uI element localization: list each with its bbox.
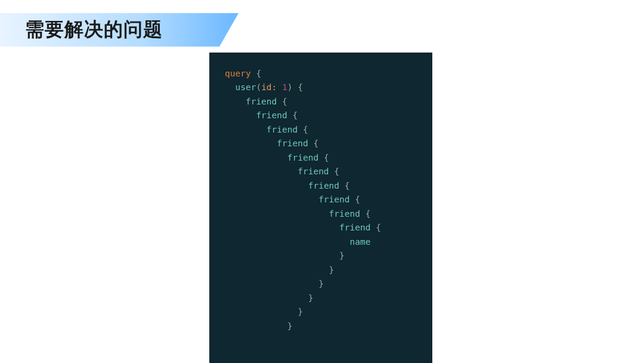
code-friend-field: friend bbox=[339, 223, 370, 232]
code-block: query { user(id: 1) { friend { friend { … bbox=[209, 53, 432, 363]
code-arg-value: 1 bbox=[282, 82, 287, 92]
code-friend-field: friend bbox=[277, 139, 308, 148]
code-friend-field: friend bbox=[298, 167, 329, 176]
slide-title: 需要解决的问题 bbox=[0, 17, 163, 43]
code-content: query { user(id: 1) { friend { friend { … bbox=[225, 67, 417, 333]
code-leaf-field: name bbox=[350, 237, 371, 247]
code-arg-name: id bbox=[261, 82, 271, 92]
code-user-fn: user bbox=[235, 82, 256, 92]
code-friend-field: friend bbox=[318, 195, 349, 204]
code-friend-field: friend bbox=[329, 209, 360, 219]
slide-title-banner: 需要解决的问题 bbox=[0, 13, 163, 47]
code-friend-field: friend bbox=[308, 181, 339, 190]
code-friend-field: friend bbox=[267, 125, 298, 134]
code-friend-field: friend bbox=[246, 97, 277, 106]
code-friend-field: friend bbox=[287, 153, 318, 162]
code-friend-field: friend bbox=[256, 110, 287, 120]
code-keyword: query bbox=[225, 69, 251, 78]
